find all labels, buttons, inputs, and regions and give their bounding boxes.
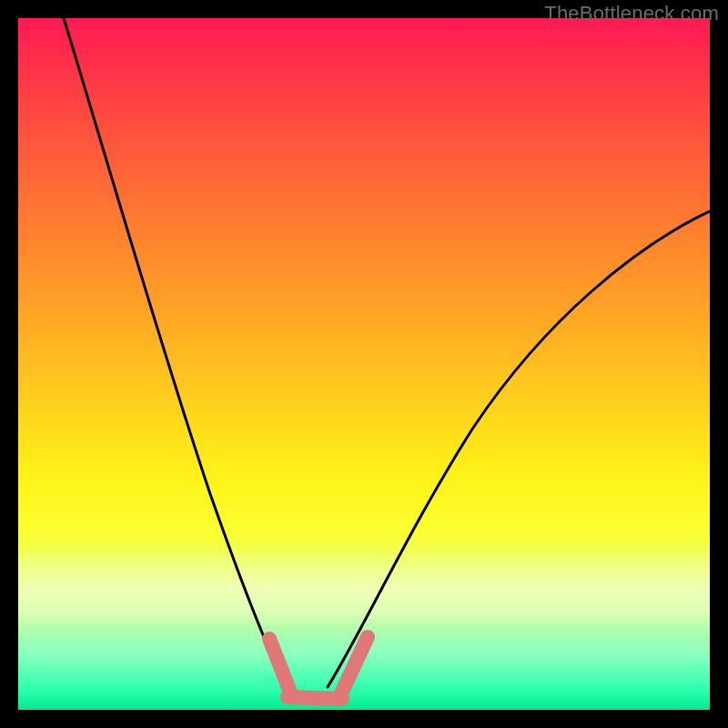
curve-svg <box>18 18 710 710</box>
watermark-text: TheBottleneck.com <box>544 2 719 25</box>
curve-right-branch <box>328 211 710 687</box>
chart-frame: TheBottleneck.com <box>0 0 728 728</box>
plot-area <box>18 18 710 710</box>
valley-marker-group <box>269 637 368 699</box>
marker-left-tick <box>269 639 289 690</box>
curve-left-branch <box>64 18 287 687</box>
marker-right-tick <box>340 637 368 695</box>
